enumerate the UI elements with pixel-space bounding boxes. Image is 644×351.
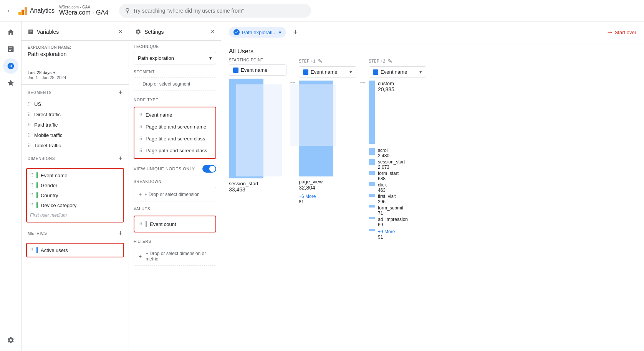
node-type-label: NODE TYPE [129, 94, 221, 104]
list-item[interactable]: ⠿ Device category [27, 200, 123, 210]
col1-dropdown[interactable]: Event name [229, 64, 286, 76]
event-icon [233, 68, 238, 73]
col3-header: STEP +2 ✎ Event name ▾ [369, 58, 426, 81]
col2-main-bar [299, 81, 333, 176]
step2-item-label: session_start 2,073 [378, 159, 405, 170]
event-icon [373, 69, 378, 75]
list-item[interactable]: ⠿ Event name [27, 170, 123, 180]
step2-edit-icon[interactable]: ✎ [388, 58, 392, 64]
col2-dropdown[interactable]: Event name ▾ [299, 66, 356, 77]
drag-icon: ⠿ [139, 221, 142, 227]
list-item[interactable]: ⠿ Page path and screen class [134, 145, 215, 157]
list-item[interactable]: ⠿ Page title and screen name [134, 121, 215, 133]
variables-panel: Variables × EXPLORATION NAME: Path explo… [22, 21, 129, 351]
segments-header: SEGMENTS + [22, 85, 129, 99]
arrow-connector-1: → [286, 58, 299, 87]
top-nav: ← Analytics W3era.com - GA4 W3era.com - … [0, 0, 644, 21]
segment-label: US [34, 101, 41, 107]
segments-list: ⠿ US ⠿ Direct traffic ⠿ Paid traffic ⠿ M… [22, 99, 129, 151]
col3-main-bar-area [369, 81, 375, 144]
list-item[interactable]: ⠿ Event count [134, 218, 215, 230]
arrow-icon: → [606, 28, 613, 36]
item-name: click [378, 182, 387, 188]
home-icon[interactable] [3, 25, 18, 40]
filters-label: FILTERS [129, 236, 221, 245]
step1-edit-icon[interactable]: ✎ [318, 58, 323, 64]
tab-dropdown-arrow[interactable]: ▾ [279, 30, 281, 35]
list-item[interactable]: ⠿ Mobile traffic [22, 130, 129, 140]
drag-icon: ⠿ [30, 193, 33, 198]
drag-icon: ⠿ [30, 173, 33, 178]
more-link-text[interactable]: +6 More [299, 194, 356, 199]
list-item[interactable]: ⠿ Country [27, 190, 123, 200]
list-item[interactable]: ⠿ US [22, 99, 129, 109]
col2-dropdown-arrow: ▾ [349, 69, 352, 75]
col2-bar-label: page_view 32,804 [299, 179, 356, 191]
view-unique-toggle[interactable] [202, 165, 216, 173]
drag-icon: ⠿ [30, 203, 33, 208]
step2-more-label[interactable]: +9 More 91 [378, 229, 395, 240]
more-link-text[interactable]: +9 More [378, 229, 395, 234]
dimensions-header: DIMENSIONS + [22, 151, 129, 165]
col3-dropdown[interactable]: Event name ▾ [369, 66, 426, 77]
settings-close-button[interactable]: × [210, 28, 215, 36]
segment-label: Tablet traffic [34, 143, 61, 148]
account-subtitle: W3era.com - GA4 [59, 5, 108, 9]
search-input[interactable] [133, 8, 305, 14]
explore-icon[interactable] [3, 58, 18, 74]
active-tab[interactable]: Path explorati... ▾ [229, 27, 286, 38]
item-value: 296 [378, 199, 396, 204]
dimension-label: Gender [41, 183, 57, 188]
item-value: 463 [378, 188, 387, 193]
left-nav [0, 21, 22, 351]
step1-column: STEP +1 ✎ Event name ▾ page_vie [299, 58, 356, 204]
step2-item-formstart: form_start 688 [369, 171, 426, 181]
advertising-icon[interactable] [3, 75, 18, 91]
start-over-button[interactable]: → Start over [606, 28, 636, 36]
small-bar [369, 182, 375, 186]
col3-main-bar [369, 81, 375, 144]
logo-icon [18, 7, 27, 15]
list-item[interactable]: ⠿ Gender [27, 180, 123, 190]
col2-more-link[interactable]: +6 More 81 [299, 194, 356, 204]
drag-icon: ⠿ [139, 148, 142, 153]
breakdown-drop-zone[interactable]: + + Drop or select dimension [134, 187, 216, 201]
small-bar [369, 205, 375, 208]
step2-column: STEP +2 ✎ Event name ▾ [369, 58, 426, 240]
list-item[interactable]: ⠿ Active users [27, 245, 123, 255]
plus-icon: + [139, 253, 142, 259]
date-dropdown-arrow[interactable]: ▾ [53, 70, 55, 75]
filters-drop-zone[interactable]: + + Drop or select dimension or metric [134, 247, 216, 266]
dimension-color-indicator [36, 182, 38, 188]
step1-label-row: STEP +1 ✎ [299, 58, 356, 64]
metrics-section: ⠿ Active users [26, 243, 124, 257]
variables-close-button[interactable]: × [118, 28, 123, 36]
add-metric-button[interactable]: + [118, 229, 123, 237]
add-tab-button[interactable]: + [289, 26, 301, 38]
list-item[interactable]: ⠿ Tablet traffic [22, 140, 129, 151]
content-header: Path explorati... ▾ + → Start over [221, 21, 644, 43]
list-item[interactable]: ⠿ Paid traffic [22, 120, 129, 130]
technique-select[interactable]: Path exploration ▾ [134, 52, 216, 64]
search-bar[interactable]: ⚲ [119, 4, 311, 18]
settings-nav-icon[interactable] [3, 333, 18, 348]
breakdown-label: BREAKDOWN [129, 176, 221, 185]
item-value: 2,480 [378, 153, 389, 158]
reports-icon[interactable] [3, 41, 18, 57]
item-name: session_start [378, 159, 405, 165]
add-segment-button[interactable]: + [118, 89, 123, 97]
back-button[interactable]: ← [6, 6, 14, 15]
small-bar [369, 171, 375, 175]
list-item[interactable]: ⠿ Event name [134, 109, 215, 121]
col1-item-value: 33,453 [229, 186, 286, 193]
col3-dropdown-arrow: ▾ [419, 69, 422, 75]
add-dimension-button[interactable]: + [118, 155, 123, 163]
exploration-name-section: EXPLORATION NAME: Path exploration [22, 41, 129, 62]
list-item[interactable]: ⠿ Page title and screen class [134, 133, 215, 145]
item-name: form_start [378, 171, 399, 176]
col3-dropdown-label: Event name [381, 69, 407, 75]
col1-dropdown-label: Event name [241, 67, 267, 73]
step2-label: STEP +2 [369, 59, 386, 63]
segment-drop-zone[interactable]: + Drop or select segment [134, 77, 216, 91]
list-item[interactable]: ⠿ Direct traffic [22, 109, 129, 120]
